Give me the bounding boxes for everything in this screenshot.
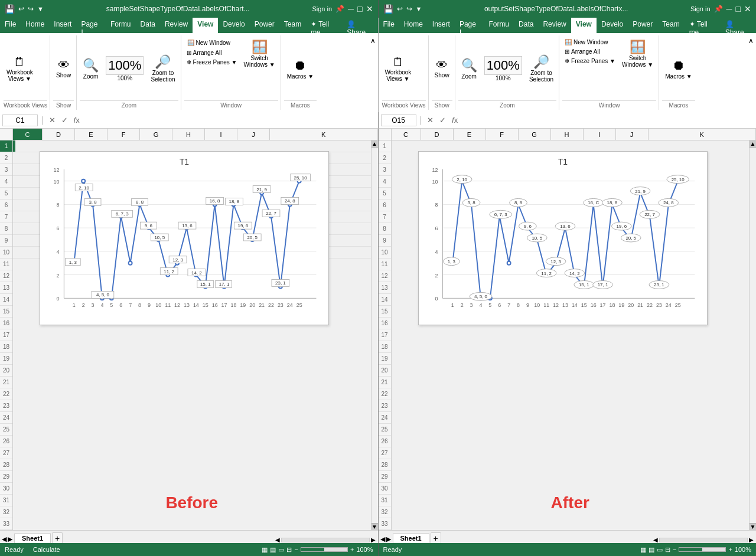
col-header-J-left[interactable]: J — [237, 129, 270, 140]
scroll-down-right[interactable]: ▼ — [750, 523, 756, 530]
tab-home-left[interactable]: Home — [21, 18, 49, 33]
zoom-minus-left[interactable]: − — [294, 546, 298, 553]
col-header-D-right[interactable]: D — [421, 129, 454, 140]
scroll-track-right[interactable] — [750, 148, 756, 523]
maximize-left[interactable]: □ — [357, 4, 362, 14]
scroll-track-left[interactable] — [372, 148, 378, 523]
sign-in-left[interactable]: Sign in — [312, 5, 332, 12]
col-header-H-right[interactable]: H — [551, 129, 584, 140]
normal-view-icon-right[interactable]: ▤ — [649, 546, 654, 554]
tab-insert-left[interactable]: Insert — [49, 18, 76, 33]
tab-develo-left[interactable]: Develo — [218, 18, 249, 33]
maximize-right[interactable]: □ — [736, 4, 741, 14]
formula-fx-right[interactable]: fx — [450, 116, 460, 125]
switch-windows-btn-right[interactable]: 🪟 Switch Windows ▼ — [619, 38, 656, 70]
arrange-all-btn-right[interactable]: ⊞Arrange All — [562, 47, 618, 56]
left-hscroll-left[interactable]: ◀ — [275, 537, 280, 543]
redo-icon-left[interactable]: ↪ — [28, 5, 34, 13]
col-header-J-right[interactable]: J — [616, 129, 649, 140]
left-add-sheet[interactable]: + — [52, 532, 63, 543]
right-formula-input[interactable] — [462, 115, 754, 126]
zoom-100-btn-left[interactable]: 100% 100% — [103, 54, 146, 83]
tell-me-right[interactable]: ✦ Tell me — [685, 18, 721, 33]
save-icon-left[interactable]: 💾 — [5, 4, 15, 14]
zoom-slider-right[interactable] — [679, 547, 726, 552]
right-name-box[interactable] — [381, 115, 416, 126]
zoom-btn-left[interactable]: 🔍 Zoom — [80, 56, 102, 81]
col-header-C-left[interactable]: C — [13, 129, 43, 140]
tab-pagel-left[interactable]: Page L — [76, 18, 106, 33]
show-btn-left[interactable]: 👁 Show — [53, 57, 74, 80]
col-header-F-left[interactable]: F — [107, 129, 140, 140]
minimize-left[interactable]: ─ — [348, 4, 354, 14]
selected-cell-c1[interactable] — [13, 140, 15, 152]
tab-data-left[interactable]: Data — [136, 18, 160, 33]
right-prev-sheet[interactable]: ◀ — [380, 535, 385, 543]
col-header-G-right[interactable]: G — [519, 129, 551, 140]
left-hscroll[interactable]: ◀ ▶ — [63, 537, 377, 543]
right-hscroll-right[interactable]: ▶ — [749, 537, 754, 543]
scroll-up-left[interactable]: ▲ — [372, 140, 378, 148]
tab-view-right[interactable]: View — [571, 18, 597, 33]
left-hscroll-track[interactable] — [281, 538, 370, 542]
left-next-sheet[interactable]: ▶ — [8, 535, 12, 543]
left-scrollbar-v[interactable]: ▲ ▼ — [371, 140, 378, 530]
left-name-box[interactable] — [2, 115, 38, 126]
left-sheet-tab[interactable]: Sheet1 — [14, 533, 51, 543]
right-add-sheet[interactable]: + — [431, 532, 441, 543]
tab-data-right[interactable]: Data — [514, 18, 538, 33]
col-header-E-left[interactable]: E — [75, 129, 107, 140]
left-chart[interactable]: T1 0 2 4 — [40, 151, 329, 325]
ribbon-collapse-left[interactable]: ∧ — [369, 35, 377, 110]
tab-formu-left[interactable]: Formu — [106, 18, 136, 33]
right-chart[interactable]: T1 0 2 4 6 8 — [418, 151, 708, 325]
col-header-F-right[interactable]: F — [486, 129, 519, 140]
switch-windows-btn-left[interactable]: 🪟 Switch Windows ▼ — [240, 38, 278, 70]
close-left[interactable]: ✕ — [366, 4, 373, 14]
zoom-percent-left[interactable]: 100% — [356, 546, 373, 553]
save-icon-right[interactable]: 💾 — [383, 4, 393, 14]
zoom-minus-right[interactable]: − — [673, 546, 676, 553]
minimize-right[interactable]: ─ — [726, 4, 732, 14]
page-break-icon-right[interactable]: ⊟ — [665, 546, 670, 554]
page-layout-icon-left[interactable]: ▭ — [278, 546, 284, 554]
page-break-icon-left[interactable]: ⊟ — [286, 546, 292, 554]
scroll-down-left[interactable]: ▼ — [372, 523, 378, 530]
right-grid[interactable]: T1 0 2 4 6 8 — [392, 140, 750, 530]
col-header-I-right[interactable]: I — [584, 129, 616, 140]
col-header-D-left[interactable]: D — [43, 129, 75, 140]
undo-icon-left[interactable]: ↩ — [18, 5, 24, 13]
col-header-H-left[interactable]: H — [172, 129, 205, 140]
formula-check-left[interactable]: ✓ — [60, 116, 70, 125]
col-header-K-right[interactable]: K — [649, 129, 757, 140]
tab-formu-right[interactable]: Formu — [484, 18, 514, 33]
share-left[interactable]: 👤 Share — [342, 18, 377, 33]
left-formula-input[interactable] — [84, 115, 376, 126]
zoom-slider-left[interactable] — [301, 547, 348, 552]
customize-icon-right[interactable]: ▼ — [416, 5, 422, 12]
pin-icon-right[interactable]: 📌 — [714, 5, 723, 13]
zoom-plus-right[interactable]: + — [728, 546, 732, 553]
right-sheet-tab[interactable]: Sheet1 — [393, 533, 429, 543]
freeze-panes-btn-right[interactable]: ❄Freeze Panes ▼ — [562, 57, 618, 66]
tab-team-right[interactable]: Team — [657, 18, 684, 33]
undo-icon-right[interactable]: ↩ — [397, 5, 403, 13]
share-right[interactable]: 👤 Share — [721, 18, 756, 33]
zoom-plus-left[interactable]: + — [350, 546, 354, 553]
left-hscroll-right[interactable]: ▶ — [371, 537, 376, 543]
pin-icon-left[interactable]: 📌 — [335, 5, 344, 13]
zoom-btn-right[interactable]: 🔍 Zoom — [458, 56, 480, 81]
show-btn-right[interactable]: 👁 Show — [432, 57, 452, 80]
page-layout-icon-right[interactable]: ▭ — [657, 546, 663, 554]
left-prev-sheet[interactable]: ◀ — [2, 535, 6, 543]
freeze-panes-btn-left[interactable]: ❄Freeze Panes ▼ — [184, 58, 240, 67]
redo-icon-right[interactable]: ↪ — [406, 5, 412, 13]
left-grid[interactable]: T1 0 2 4 — [13, 140, 371, 530]
formula-fx-left[interactable]: fx — [72, 116, 82, 125]
new-window-btn-right[interactable]: 🪟New Window — [562, 38, 618, 47]
arrange-all-btn-left[interactable]: ⊞Arrange All — [184, 48, 240, 57]
formula-x-right[interactable]: ✕ — [425, 116, 435, 125]
tab-file-left[interactable]: File — [0, 18, 21, 33]
tab-team-left[interactable]: Team — [279, 18, 306, 33]
macros-btn-left[interactable]: ⏺ Macros ▼ — [284, 56, 317, 81]
